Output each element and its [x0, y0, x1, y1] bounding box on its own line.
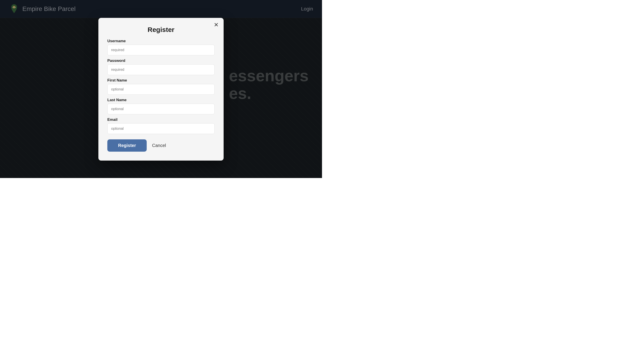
modal-overlay: ✕ Register Username Password First Name … [0, 0, 322, 178]
cancel-button[interactable]: Cancel [152, 143, 166, 148]
first-name-input[interactable] [107, 84, 215, 95]
last-name-input[interactable] [107, 104, 215, 114]
register-modal: ✕ Register Username Password First Name … [98, 18, 224, 161]
modal-actions: Register Cancel [107, 139, 215, 152]
email-group: Email [107, 118, 215, 134]
password-label: Password [107, 58, 215, 63]
username-group: Username [107, 39, 215, 55]
first-name-label: First Name [107, 78, 215, 83]
modal-close-button[interactable]: ✕ [214, 22, 219, 28]
password-group: Password [107, 58, 215, 75]
username-input[interactable] [107, 45, 215, 55]
last-name-label: Last Name [107, 98, 215, 102]
register-submit-button[interactable]: Register [107, 139, 147, 152]
modal-title: Register [107, 26, 215, 33]
first-name-group: First Name [107, 78, 215, 95]
last-name-group: Last Name [107, 98, 215, 114]
email-label: Email [107, 118, 215, 122]
username-label: Username [107, 39, 215, 43]
email-input[interactable] [107, 123, 215, 134]
password-input[interactable] [107, 64, 215, 75]
